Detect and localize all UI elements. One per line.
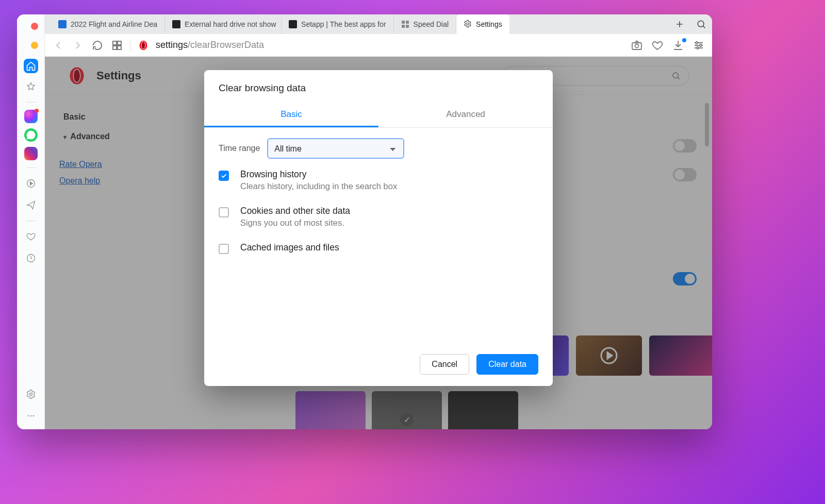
tab-label: Setapp | The best apps for: [301, 20, 386, 28]
svg-rect-7: [406, 21, 409, 24]
option-browsing-history[interactable]: Browsing history Clears history, includi…: [204, 162, 553, 198]
tab-label: Speed Dial: [414, 20, 449, 28]
back-button[interactable]: [52, 39, 64, 52]
separator: [26, 102, 36, 103]
svg-point-11: [698, 21, 704, 27]
tab-settings[interactable]: Settings: [456, 14, 510, 34]
new-tab-button[interactable]: [669, 14, 690, 34]
tab-flight[interactable]: 2022 Flight and Airline Dea: [51, 14, 165, 34]
checkbox[interactable]: [219, 244, 229, 254]
tab-label: External hard drive not show: [185, 20, 276, 28]
option-cache[interactable]: Cached images and files: [204, 235, 553, 261]
reload-button[interactable]: [91, 39, 104, 52]
opera-sidebar: [17, 14, 45, 429]
svg-rect-6: [402, 21, 405, 24]
option-title: Cached images and files: [240, 242, 339, 253]
svg-point-18: [142, 42, 145, 48]
easy-setup-icon[interactable]: [692, 39, 705, 52]
pinboards-heart-icon[interactable]: [23, 228, 39, 245]
time-range-select[interactable]: All time: [267, 138, 404, 159]
speed-dial-icon: [401, 20, 409, 28]
tab-setapp[interactable]: Setapp | The best apps for: [282, 14, 394, 34]
checkbox[interactable]: [219, 171, 229, 181]
tabstrip: 2022 Flight and Airline Dea External har…: [45, 14, 712, 34]
svg-rect-13: [118, 41, 121, 45]
favicon: [172, 20, 180, 28]
time-range-label: Time range: [219, 144, 260, 153]
svg-rect-14: [113, 46, 117, 49]
send-icon[interactable]: [23, 197, 39, 213]
dialog-tab-basic[interactable]: Basic: [204, 103, 378, 127]
speed-dial-button[interactable]: [111, 39, 123, 52]
address-prefix: settings: [156, 40, 188, 50]
browser-window: 2022 Flight and Airline Dea External har…: [17, 14, 712, 429]
svg-rect-12: [113, 41, 117, 45]
svg-point-22: [700, 44, 702, 46]
toolbar: settings/clearBrowserData: [45, 34, 712, 57]
svg-point-10: [467, 23, 469, 25]
tab-speed-dial[interactable]: Speed Dial: [394, 14, 457, 34]
whatsapp-icon[interactable]: [24, 128, 38, 142]
separator: [130, 40, 131, 51]
clear-browsing-data-dialog: Clear browsing data Basic Advanced Time …: [204, 70, 553, 386]
pinboard-heart-icon[interactable]: [651, 39, 664, 52]
history-icon[interactable]: [23, 250, 39, 266]
clear-data-button[interactable]: Clear data: [476, 354, 538, 375]
svg-point-3: [27, 415, 29, 417]
svg-rect-9: [406, 25, 409, 28]
address-bar[interactable]: settings/clearBrowserData: [156, 40, 264, 51]
tab-label: Settings: [476, 20, 502, 28]
minimize-window-button[interactable]: [31, 42, 38, 49]
svg-point-21: [696, 42, 698, 44]
address-path: /clearBrowserData: [188, 40, 264, 50]
separator: [26, 221, 36, 221]
svg-point-2: [29, 393, 32, 396]
favicon: [58, 20, 67, 28]
forward-button[interactable]: [72, 39, 84, 52]
instagram-icon[interactable]: [24, 147, 38, 160]
downloads-icon[interactable]: [672, 39, 684, 52]
option-subtitle: Clears history, including in the search …: [240, 181, 397, 191]
svg-point-4: [30, 415, 31, 417]
separator: [26, 167, 36, 168]
svg-point-5: [32, 415, 34, 417]
option-title: Browsing history: [240, 169, 397, 180]
cancel-button[interactable]: Cancel: [420, 354, 469, 375]
option-subtitle: Signs you out of most sites.: [240, 218, 350, 228]
opera-logo-icon: [138, 40, 148, 51]
dialog-title: Clear browsing data: [204, 82, 553, 103]
close-window-button[interactable]: [31, 23, 38, 30]
option-cookies[interactable]: Cookies and other site data Signs you ou…: [204, 198, 553, 235]
main-area: 2022 Flight and Airline Dea External har…: [45, 14, 712, 429]
option-title: Cookies and other site data: [240, 206, 350, 216]
messenger-icon[interactable]: [24, 110, 38, 123]
player-icon[interactable]: [23, 175, 39, 192]
svg-rect-15: [118, 46, 121, 49]
gear-icon: [464, 20, 472, 29]
snapshot-icon[interactable]: [631, 39, 643, 52]
tab-label: 2022 Flight and Airline Dea: [71, 20, 157, 28]
tab-search-button[interactable]: [690, 14, 712, 34]
content-area: Settings ttings Basic Advanced Rate Oper…: [45, 57, 712, 429]
svg-point-20: [635, 44, 639, 47]
favicon: [289, 20, 297, 28]
tab-external-hdd[interactable]: External hard drive not show: [165, 14, 282, 34]
more-icon[interactable]: [23, 408, 39, 424]
dialog-tab-advanced[interactable]: Advanced: [378, 103, 553, 127]
home-icon[interactable]: [24, 59, 38, 73]
checkbox[interactable]: [219, 207, 229, 217]
dialog-tabs: Basic Advanced: [204, 103, 553, 128]
settings-gear-icon[interactable]: [23, 386, 39, 402]
bookmarks-star-icon[interactable]: [23, 78, 39, 95]
svg-rect-8: [402, 25, 405, 28]
svg-point-23: [697, 47, 699, 49]
